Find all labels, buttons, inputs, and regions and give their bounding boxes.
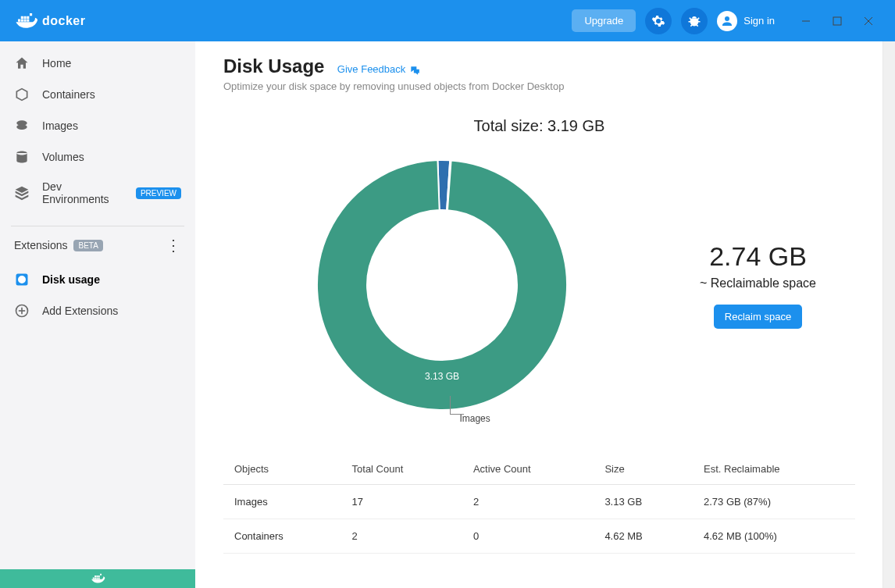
- table-row: Containers204.62 MB4.62 MB (100%): [223, 519, 855, 554]
- reclaim-space-button[interactable]: Reclaim space: [714, 305, 802, 329]
- disk-usage-icon: [14, 272, 30, 287]
- sidebar-footer[interactable]: [0, 569, 195, 588]
- sidebar-item-add-extensions[interactable]: Add Extensions: [0, 295, 195, 326]
- table-cell: 4.62 MB: [594, 519, 693, 554]
- extensions-header: Extensions BETA ⋮: [0, 233, 195, 258]
- reclaimable-label: ~ Reclaimable space: [700, 276, 816, 290]
- stack-icon: [14, 185, 30, 201]
- column-header: Est. Reclaimable: [693, 454, 855, 485]
- column-header: Total Count: [341, 454, 462, 485]
- preview-badge: PREVIEW: [136, 187, 181, 199]
- sidebar-item-label: Home: [42, 57, 71, 69]
- sidebar-item-containers[interactable]: Containers: [0, 79, 195, 110]
- sidebar-item-label: Images: [42, 119, 78, 132]
- gear-icon: [651, 14, 665, 28]
- divider: [11, 226, 184, 226]
- upgrade-button[interactable]: Upgrade: [572, 9, 636, 32]
- docker-logo: docker: [14, 12, 85, 30]
- close-button[interactable]: [853, 9, 884, 33]
- sidebar-item-label: Disk usage: [42, 273, 100, 286]
- sidebar-item-volumes[interactable]: Volumes: [0, 141, 195, 173]
- reclaimable-amount: 2.74 GB: [709, 241, 807, 272]
- sidebar-item-label: Dev Environments: [42, 180, 123, 205]
- table-cell: 2: [341, 519, 462, 554]
- window-controls: [790, 9, 884, 33]
- total-size: Total size: 3.19 GB: [223, 117, 855, 135]
- sidebar-item-label: Add Extensions: [42, 305, 118, 317]
- table-cell: 2.73 GB (87%): [693, 485, 855, 519]
- donut-value-label: 3.13 GB: [425, 371, 459, 382]
- feedback-icon: [408, 65, 421, 76]
- plus-circle-icon: [14, 303, 30, 319]
- brand-name: docker: [42, 14, 85, 28]
- troubleshoot-button[interactable]: [681, 8, 708, 34]
- extensions-label: Extensions: [14, 239, 67, 251]
- sidebar-item-home[interactable]: Home: [0, 48, 195, 79]
- scrollbar-up[interactable]: [886, 49, 893, 59]
- beta-badge: BETA: [73, 240, 102, 251]
- maximize-button[interactable]: [822, 9, 853, 33]
- sidebar: Home Containers Images Volumes Dev Envir…: [0, 41, 195, 588]
- whale-icon: [90, 573, 105, 584]
- table-cell: 0: [462, 519, 594, 554]
- minimize-button[interactable]: [790, 9, 822, 33]
- disk-usage-donut-chart: 3.13 GB Images: [317, 160, 567, 410]
- signin-label: Sign in: [743, 15, 775, 27]
- page-title: Disk Usage: [223, 55, 324, 77]
- table-cell: Images: [223, 485, 341, 519]
- scrollbar-down[interactable]: [886, 576, 893, 585]
- extensions-menu-button[interactable]: ⋮: [166, 236, 181, 255]
- sidebar-item-label: Containers: [42, 88, 95, 101]
- containers-icon: [14, 87, 30, 102]
- table-row: Images1723.13 GB2.73 GB (87%): [223, 485, 855, 519]
- svg-rect-1: [833, 17, 841, 25]
- sidebar-item-label: Volumes: [42, 151, 84, 163]
- give-feedback-link[interactable]: Give Feedback: [337, 63, 421, 75]
- column-header: Size: [594, 454, 693, 485]
- settings-button[interactable]: [645, 8, 672, 34]
- table-cell: 3.13 GB: [594, 485, 693, 519]
- app-header: docker Upgrade Sign in: [0, 0, 895, 41]
- table-cell: 17: [341, 485, 462, 519]
- column-header: Active Count: [462, 454, 594, 485]
- account-icon: [717, 11, 737, 31]
- page-subtitle: Optimize your disk space by removing unu…: [223, 80, 855, 92]
- table-cell: 2: [462, 485, 594, 519]
- column-header: Objects: [223, 454, 341, 485]
- signin-button[interactable]: Sign in: [717, 11, 775, 31]
- sidebar-item-images[interactable]: Images: [0, 110, 195, 141]
- images-icon: [14, 118, 30, 134]
- volumes-icon: [14, 149, 30, 165]
- donut-category-label: Images: [459, 413, 490, 424]
- table-cell: 4.62 MB (100%): [693, 519, 855, 554]
- home-icon: [14, 55, 30, 71]
- main-content: Disk Usage Give Feedback Optimize your d…: [195, 41, 895, 588]
- sidebar-item-disk-usage[interactable]: Disk usage: [0, 264, 195, 295]
- sidebar-item-dev-environments[interactable]: Dev Environments PREVIEW: [0, 173, 195, 213]
- bug-icon: [687, 14, 701, 28]
- table-cell: Containers: [223, 519, 341, 554]
- objects-table: ObjectsTotal CountActive CountSizeEst. R…: [223, 454, 855, 554]
- whale-icon: [14, 12, 37, 30]
